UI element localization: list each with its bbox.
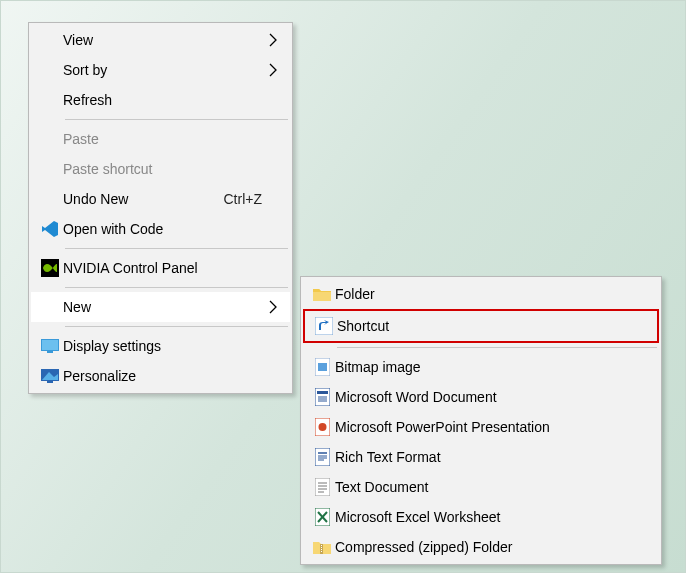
folder-icon [309,279,335,309]
submenu-item-zip[interactable]: Compressed (zipped) Folder [303,532,659,562]
menu-item-open-with-code[interactable]: Open with Code [31,214,290,244]
vscode-icon [37,214,63,244]
submenu-item-text[interactable]: Text Document [303,472,659,502]
menu-item-sort-by[interactable]: Sort by [31,55,290,85]
blank-icon [37,25,63,55]
shortcut-icon [311,311,337,341]
chevron-right-icon [269,33,278,47]
menu-item-new[interactable]: New [31,292,290,322]
svg-rect-7 [315,317,333,335]
excel-icon [309,502,335,532]
menu-item-label: Bitmap image [335,359,649,375]
submenu-item-word[interactable]: Microsoft Word Document [303,382,659,412]
menu-item-paste: Paste [31,124,290,154]
svg-rect-22 [315,478,330,496]
svg-rect-2 [42,340,58,350]
nvidia-icon [37,253,63,283]
svg-rect-9 [318,363,327,371]
menu-separator [65,326,288,327]
highlight-annotation: Shortcut [303,309,659,343]
rtf-icon [309,442,335,472]
menu-item-accelerator: Ctrl+Z [224,191,281,207]
menu-item-label: New [63,299,280,315]
menu-item-label: Personalize [63,368,280,384]
menu-item-label: Paste shortcut [63,161,280,177]
svg-rect-3 [47,351,53,353]
submenu-item-folder[interactable]: Folder [303,279,659,309]
submenu-item-bitmap[interactable]: Bitmap image [303,352,659,382]
svg-rect-17 [315,448,330,466]
menu-item-personalize[interactable]: Personalize [31,361,290,391]
blank-icon [37,154,63,184]
submenu-item-excel[interactable]: Microsoft Excel Worksheet [303,502,659,532]
submenu-item-powerpoint[interactable]: Microsoft PowerPoint Presentation [303,412,659,442]
word-icon [309,382,335,412]
menu-item-label: NVIDIA Control Panel [63,260,280,276]
blank-icon [37,184,63,214]
menu-separator [65,287,288,288]
menu-item-label: Text Document [335,479,649,495]
blank-icon [37,85,63,115]
menu-item-label: Compressed (zipped) Folder [335,539,649,555]
zip-icon [309,532,335,562]
text-icon [309,472,335,502]
menu-item-nvidia-control-panel[interactable]: NVIDIA Control Panel [31,253,290,283]
svg-rect-6 [47,381,53,383]
menu-item-label: Sort by [63,62,280,78]
blank-icon [37,55,63,85]
svg-point-16 [318,423,326,431]
blank-icon [37,292,63,322]
submenu-item-rtf[interactable]: Rich Text Format [303,442,659,472]
chevron-right-icon [269,300,278,314]
menu-item-label: Refresh [63,92,280,108]
menu-item-refresh[interactable]: Refresh [31,85,290,115]
menu-item-label: Undo New [63,191,224,207]
submenu-item-shortcut[interactable]: Shortcut [305,311,657,341]
menu-item-label: Microsoft Excel Worksheet [335,509,649,525]
menu-item-label: Microsoft PowerPoint Presentation [335,419,649,435]
bitmap-icon [309,352,335,382]
menu-item-view[interactable]: View [31,25,290,55]
menu-item-label: Open with Code [63,221,280,237]
menu-item-paste-shortcut: Paste shortcut [31,154,290,184]
blank-icon [37,124,63,154]
new-submenu: Folder Shortcut Bitmap image [300,276,662,565]
menu-item-label: Rich Text Format [335,449,649,465]
menu-item-label: Folder [335,286,649,302]
menu-separator [65,248,288,249]
menu-item-display-settings[interactable]: Display settings [31,331,290,361]
menu-separator [337,347,657,348]
personalize-icon [37,361,63,391]
menu-item-label: Microsoft Word Document [335,389,649,405]
menu-item-label: Paste [63,131,280,147]
menu-item-undo-new[interactable]: Undo New Ctrl+Z [31,184,290,214]
menu-separator [65,119,288,120]
desktop-context-menu: View Sort by Refresh Paste Paste shortcu… [28,22,293,394]
svg-rect-11 [317,391,328,394]
menu-item-label: View [63,32,280,48]
powerpoint-icon [309,412,335,442]
menu-item-label: Shortcut [337,318,647,334]
chevron-right-icon [269,63,278,77]
display-icon [37,331,63,361]
menu-item-label: Display settings [63,338,280,354]
